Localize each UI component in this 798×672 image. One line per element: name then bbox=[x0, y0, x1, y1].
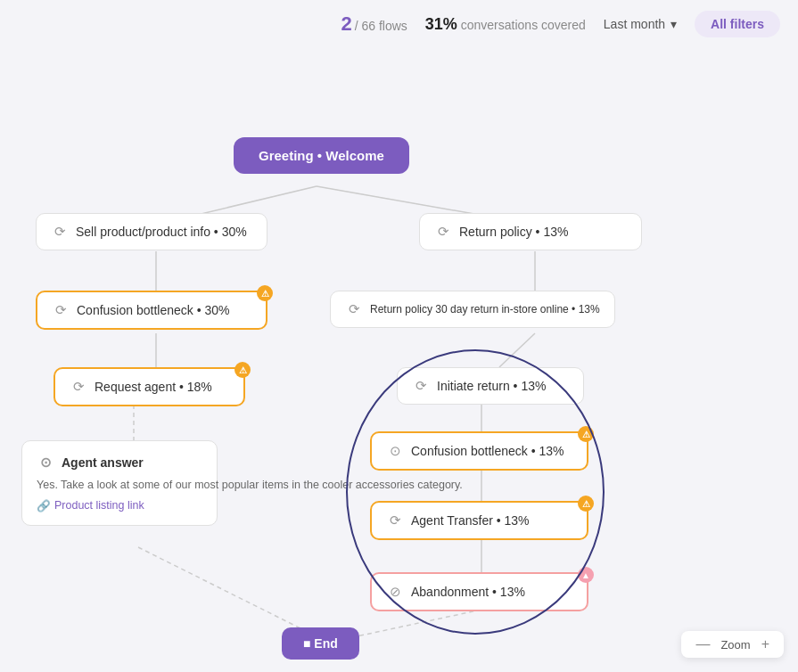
zoom-out-button[interactable]: — bbox=[694, 636, 712, 652]
flows-numerator: 2 bbox=[341, 12, 351, 36]
warning-badge-4: ⚠ bbox=[578, 496, 594, 512]
initiate-icon: ⟳ bbox=[412, 377, 430, 395]
confusion-bottleneck-1-label: Confusion bottleneck • 30% bbox=[77, 303, 229, 317]
sell-product-label: Sell product/product info • 30% bbox=[76, 225, 247, 239]
date-filter-label: Last month bbox=[604, 17, 665, 31]
confusion-bottleneck-2-label: Confusion bottleneck • 13% bbox=[411, 444, 564, 458]
coverage-stat: 31% conversations covered bbox=[425, 15, 586, 34]
confusion-bottleneck-2-node[interactable]: ⊙ Confusion bottleneck • 13% ⚠ bbox=[370, 431, 588, 471]
agent-answer-title-row: ⊙ Agent answer bbox=[37, 454, 144, 471]
sync-icon-2: ⟳ bbox=[434, 223, 452, 241]
warning-badge-3: ⚠ bbox=[578, 426, 594, 442]
agent-answer-text: Yes. Take a look at some of our most pop… bbox=[37, 477, 463, 494]
initiate-return-node[interactable]: ⟳ Initiate return • 13% bbox=[397, 367, 584, 405]
greeting-label: Greeting • Welcome bbox=[259, 148, 384, 163]
request-icon: ⟳ bbox=[70, 378, 87, 396]
agent-answer-title: Agent answer bbox=[62, 455, 144, 470]
initiate-return-label: Initiate return • 13% bbox=[437, 379, 546, 393]
top-bar: 2 / 66 flows 31% conversations covered L… bbox=[0, 0, 798, 48]
end-node[interactable]: ■ End bbox=[282, 627, 359, 660]
date-filter[interactable]: Last month ▾ bbox=[604, 17, 677, 31]
answer-icon: ⊙ bbox=[37, 454, 54, 471]
zoom-in-button[interactable]: + bbox=[760, 636, 771, 652]
confusion-bottleneck-1-node[interactable]: ⟳ Confusion bottleneck • 30% ⚠ bbox=[36, 291, 267, 330]
warning-badge-2: ⚠ bbox=[234, 362, 251, 378]
coverage-label: conversations covered bbox=[461, 18, 586, 32]
all-filters-button[interactable]: All filters bbox=[695, 11, 780, 37]
request-agent-node[interactable]: ⟳ Request agent • 18% ⚠ bbox=[53, 367, 245, 406]
sync-icon-3: ⟳ bbox=[345, 300, 363, 318]
svg-line-10 bbox=[138, 547, 317, 636]
flows-count: 2 / 66 flows bbox=[341, 12, 407, 36]
end-label: ■ End bbox=[303, 636, 338, 651]
flows-denominator: / 66 flows bbox=[355, 19, 407, 33]
return-policy-label: Return policy • 13% bbox=[459, 225, 568, 239]
abandonment-node[interactable]: ⊘ Abandonment • 13% ▲ bbox=[370, 572, 588, 611]
return-policy-30-label: Return policy 30 day return in-store onl… bbox=[370, 303, 600, 316]
return-policy-30-node[interactable]: ⟳ Return policy 30 day return in-store o… bbox=[330, 291, 615, 328]
agent-transfer-node[interactable]: ⟳ Agent Transfer • 13% ⚠ bbox=[370, 501, 588, 540]
chevron-down-icon: ▾ bbox=[670, 17, 677, 31]
return-policy-node[interactable]: ⟳ Return policy • 13% bbox=[419, 213, 642, 250]
abandonment-label: Abandonment • 13% bbox=[411, 585, 525, 599]
transfer-icon: ⟳ bbox=[386, 512, 404, 529]
svg-line-11 bbox=[357, 610, 481, 636]
link-icon: 🔗 bbox=[37, 499, 51, 512]
greeting-node[interactable]: Greeting • Welcome bbox=[234, 137, 409, 174]
svg-line-5 bbox=[499, 333, 535, 367]
coverage-pct: 31% bbox=[425, 15, 457, 33]
agent-transfer-label: Agent Transfer • 13% bbox=[411, 513, 530, 528]
agent-answer-node[interactable]: ⊙ Agent answer Yes. Take a look at some … bbox=[21, 440, 218, 526]
flow-canvas: Greeting • Welcome ⟳ Sell product/produc… bbox=[0, 48, 798, 672]
confusion-icon-1: ⟳ bbox=[52, 301, 70, 319]
request-agent-label: Request agent • 18% bbox=[95, 380, 212, 394]
zoom-label: Zoom bbox=[720, 638, 750, 652]
sync-icon: ⟳ bbox=[51, 223, 69, 241]
product-listing-label: Product listing link bbox=[54, 499, 144, 512]
warning-badge-1: ⚠ bbox=[257, 285, 273, 301]
sell-product-node[interactable]: ⟳ Sell product/product info • 30% bbox=[36, 213, 267, 250]
zoom-control: — Zoom + bbox=[681, 631, 784, 658]
confusion-icon-2: ⊙ bbox=[386, 442, 404, 460]
product-listing-link[interactable]: 🔗 Product listing link bbox=[37, 499, 144, 512]
warning-badge-5: ▲ bbox=[578, 567, 594, 583]
abandon-icon: ⊘ bbox=[386, 583, 404, 601]
